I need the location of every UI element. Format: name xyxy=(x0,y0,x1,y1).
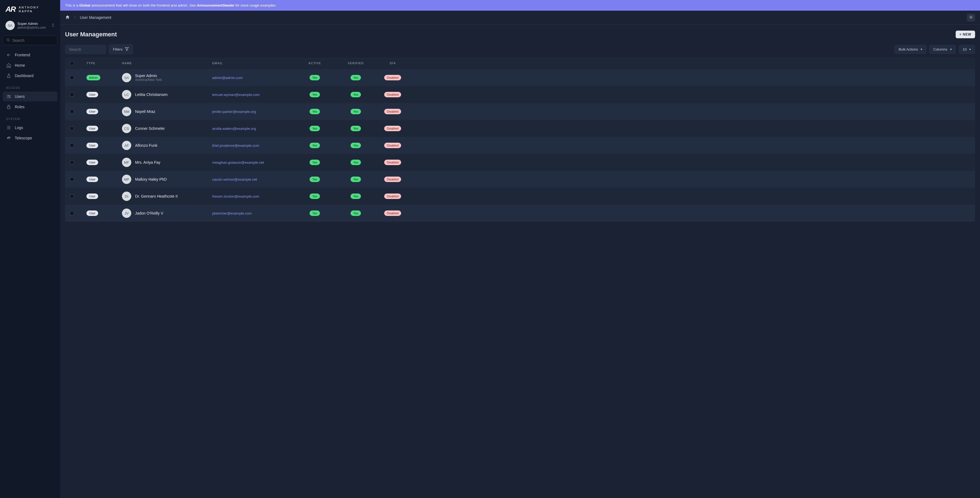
col-email[interactable]: EMAIL xyxy=(212,62,294,65)
col-type[interactable]: TYPE xyxy=(86,62,122,65)
svg-point-4 xyxy=(970,16,972,18)
logo-mark: AR xyxy=(5,5,15,14)
sidebar-item-frontend[interactable]: Frontend xyxy=(3,50,57,60)
chevron-updown-icon xyxy=(51,23,55,28)
row-name: Super Admin xyxy=(135,73,162,78)
row-checkbox[interactable] xyxy=(70,76,74,79)
filter-icon xyxy=(125,47,129,52)
table-row[interactable]: UserJVJadon O'Reilly Vpkemmer@example.co… xyxy=(65,205,975,222)
row-checkbox[interactable] xyxy=(70,143,74,147)
row-email[interactable]: admin@admin.com xyxy=(212,76,294,80)
sidebar-item-label: Telescope xyxy=(15,136,32,140)
main: This is a Global announcement that will … xyxy=(60,0,980,498)
row-email[interactable]: lemuel.wyman@example.com xyxy=(212,93,294,97)
filters-button[interactable]: Filters xyxy=(109,44,133,54)
table-row[interactable]: UserMFMrs. Aniya Faymeaghan.gislason@exa… xyxy=(65,154,975,171)
avatar: DI xyxy=(122,192,131,201)
table-row[interactable]: UserDIDr. Gennaro Heathcote IIfriesen.lo… xyxy=(65,188,975,205)
table-row[interactable]: UserLCLetitia Christiansenlemuel.wyman@e… xyxy=(65,86,975,103)
verified-badge: Yes xyxy=(350,211,361,216)
row-name: Alfonzo Funk xyxy=(135,143,158,147)
row-name: Mrs. Aniya Fay xyxy=(135,160,161,165)
twofa-badge: Disabled xyxy=(384,126,401,131)
col-active[interactable]: ACTIVE xyxy=(294,62,335,65)
row-email[interactable]: jenifer.parker@example.org xyxy=(212,109,294,114)
verified-badge: Yes xyxy=(350,193,361,199)
row-checkbox[interactable] xyxy=(70,194,74,198)
table-toolbar: Filters Bulk Actions ▾ Columns ▾ 10 ▾ xyxy=(60,44,980,58)
table-row[interactable]: AdminSASuper AdminAmerica/New Yorkadmin@… xyxy=(65,69,975,86)
twofa-badge: Disabled xyxy=(384,160,401,165)
table-row[interactable]: UserNMNayeli Mrazjenifer.parker@example.… xyxy=(65,103,975,120)
type-badge: User xyxy=(86,109,98,114)
lock-icon xyxy=(6,105,11,109)
table-search-input[interactable] xyxy=(69,47,102,52)
col-verified[interactable]: VERIFIED xyxy=(335,62,376,65)
sidebar-search[interactable] xyxy=(3,35,57,45)
home-icon[interactable] xyxy=(65,15,70,21)
sidebar-item-label: Users xyxy=(15,94,25,99)
sidebar-search-input[interactable] xyxy=(12,38,54,43)
list-icon xyxy=(6,125,11,130)
row-checkbox[interactable] xyxy=(70,178,74,181)
current-user-name: Super Admin xyxy=(18,22,46,26)
row-email[interactable]: cassin.vernon@example.net xyxy=(212,178,294,181)
row-checkbox[interactable] xyxy=(70,211,74,215)
table-row[interactable]: UserMPMallory Haley PhDcassin.vernon@exa… xyxy=(65,171,975,188)
row-checkbox[interactable] xyxy=(70,160,74,164)
verified-badge: Yes xyxy=(350,176,361,182)
active-badge: Yes xyxy=(310,160,320,165)
svg-point-1 xyxy=(8,95,9,97)
row-email[interactable]: meaghan.gislason@example.net xyxy=(212,160,294,165)
table-row[interactable]: UserAFAlfonzo Funkthiel.prudence@example… xyxy=(65,137,975,154)
twofa-badge: Disabled xyxy=(384,193,401,199)
avatar: MP xyxy=(122,174,131,184)
table-header: TYPE NAME EMAIL ACTIVE VERIFIED 2FA xyxy=(65,58,975,69)
table-search[interactable] xyxy=(65,45,106,54)
sidebar-item-label: Frontend xyxy=(15,53,30,57)
row-email[interactable]: thiel.prudence@example.com xyxy=(212,143,294,147)
theme-toggle-button[interactable] xyxy=(967,13,975,22)
verified-badge: Yes xyxy=(350,143,361,148)
verified-badge: Yes xyxy=(350,75,361,80)
row-checkbox[interactable] xyxy=(70,109,74,113)
twofa-badge: Disabled xyxy=(384,92,401,97)
announcement-bar: This is a Global announcement that will … xyxy=(60,0,980,11)
sidebar-item-home[interactable]: Home xyxy=(3,60,57,70)
sidebar-item-dashboard[interactable]: Dashboard xyxy=(3,71,57,81)
svg-point-2 xyxy=(9,95,10,97)
col-2fa[interactable]: 2FA xyxy=(376,62,409,65)
avatar: MF xyxy=(122,158,131,167)
sidebar-item-logs[interactable]: Logs xyxy=(3,123,57,133)
users-table: TYPE NAME EMAIL ACTIVE VERIFIED 2FA Admi… xyxy=(65,58,975,222)
table-row[interactable]: UserCSConner Schmelerarvilla.waters@exam… xyxy=(65,120,975,137)
columns-dropdown[interactable]: Columns ▾ xyxy=(929,45,956,54)
users-icon xyxy=(6,94,11,99)
row-checkbox[interactable] xyxy=(70,93,74,97)
perpage-dropdown[interactable]: 10 ▾ xyxy=(959,45,975,54)
row-email[interactable]: arvilla.waters@example.org xyxy=(212,127,294,131)
verified-badge: Yes xyxy=(350,92,361,97)
avatar: AF xyxy=(122,141,131,150)
new-button[interactable]: + NEW xyxy=(956,31,975,38)
row-checkbox[interactable] xyxy=(70,127,74,130)
bulk-actions-dropdown[interactable]: Bulk Actions ▾ xyxy=(894,45,926,54)
logo[interactable]: AR ANTHONYRAPPA xyxy=(3,5,57,19)
active-badge: Yes xyxy=(310,75,320,80)
col-name[interactable]: NAME xyxy=(122,62,212,65)
twofa-badge: Disabled xyxy=(384,211,401,216)
select-all-checkbox[interactable] xyxy=(70,62,74,65)
breadcrumb-current: User Management xyxy=(80,15,111,20)
fingerprint-icon xyxy=(6,136,11,141)
active-badge: Yes xyxy=(310,126,320,131)
sidebar-item-users[interactable]: Users xyxy=(3,92,57,102)
type-badge: Admin xyxy=(86,75,100,80)
row-name: Nayeli Mraz xyxy=(135,109,155,114)
row-email[interactable]: pkemmer@example.com xyxy=(212,211,294,216)
sidebar-item-roles[interactable]: Roles xyxy=(3,102,57,112)
user-menu[interactable]: SA Super Admin admin@admin.com xyxy=(3,19,57,32)
avatar: LC xyxy=(122,90,131,99)
search-icon xyxy=(6,38,10,43)
row-email[interactable]: friesen.london@example.com xyxy=(212,194,294,198)
sidebar-item-telescope[interactable]: Telescope xyxy=(3,133,57,143)
